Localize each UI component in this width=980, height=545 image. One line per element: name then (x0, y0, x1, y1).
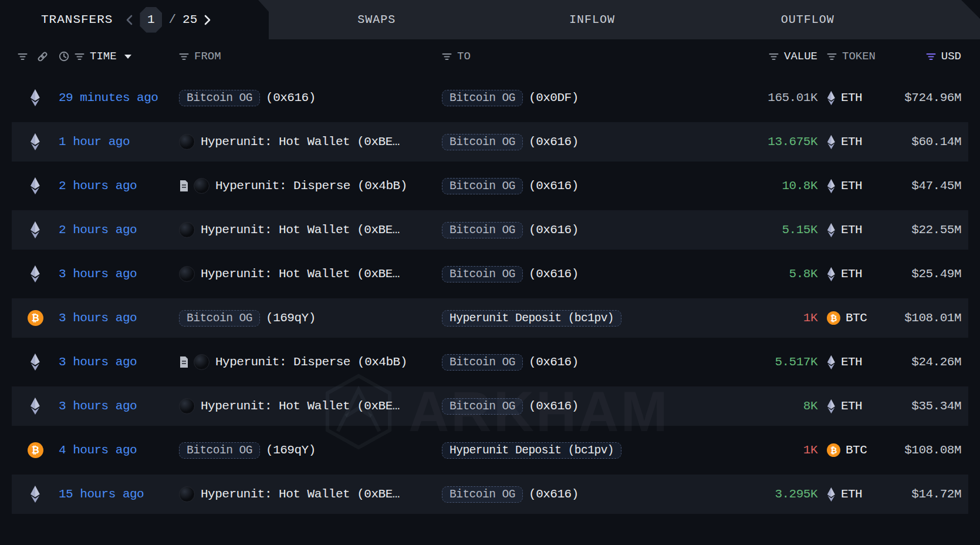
entity-tag[interactable]: Bitcoin OG (442, 134, 523, 150)
time-cell: 1 hour ago (59, 135, 179, 149)
entity-tag[interactable]: Bitcoin OG (442, 222, 523, 238)
address-suffix: (0x616) (529, 135, 579, 149)
transfer-value: 10.8K (782, 179, 817, 193)
from-cell: Hyperunit: Hot Wallet (0xBE… (179, 486, 442, 502)
btc-icon: ₿ (827, 443, 840, 457)
token-cell: ETH (817, 399, 882, 413)
entity-link[interactable]: Hyperunit: Disperse (0x4bB) (215, 355, 407, 369)
column-header-from[interactable]: FROM (194, 50, 221, 63)
entity-tag[interactable]: Bitcoin OG (179, 310, 260, 327)
time-cell: 15 hours ago (59, 487, 179, 501)
usd-cell: $35.34M (882, 399, 961, 413)
entity-tag[interactable]: Hyperunit Deposit (bc1pv) (442, 442, 621, 459)
entity-tag[interactable]: Bitcoin OG (442, 398, 523, 415)
usd-value: $108.01M (904, 311, 961, 325)
eth-icon (827, 91, 836, 105)
token-cell: ETH (817, 135, 882, 149)
address-suffix: (0x616) (529, 487, 579, 501)
time-link[interactable]: 15 hours ago (59, 487, 144, 501)
entity-tag[interactable]: Hyperunit Deposit (bc1pv) (442, 310, 621, 327)
eth-icon (30, 486, 40, 503)
eth-icon (30, 398, 40, 415)
filter-icon[interactable] (442, 52, 452, 61)
time-link[interactable]: 3 hours ago (59, 399, 137, 413)
clock-icon[interactable] (59, 51, 69, 62)
time-link[interactable]: 29 minutes ago (59, 91, 158, 105)
time-link[interactable]: 3 hours ago (59, 355, 137, 369)
table-row: 15 hours agoHyperunit: Hot Wallet (0xBE…… (12, 470, 968, 514)
entity-link[interactable]: Hyperunit: Hot Wallet (0xBE… (201, 487, 400, 501)
chevron-down-icon[interactable] (124, 55, 131, 59)
filter-icon[interactable] (75, 52, 85, 61)
entity-tag[interactable]: Bitcoin OG (442, 354, 523, 371)
entity-avatar (179, 486, 195, 502)
filter-icon[interactable] (179, 52, 189, 61)
from-cell: Hyperunit: Disperse (0x4bB) (179, 178, 442, 194)
row-token-icon-cell (12, 354, 59, 371)
time-link[interactable]: 3 hours ago (59, 267, 137, 281)
value-cell: 5.8K (707, 267, 817, 281)
value-cell: 1K (707, 443, 817, 457)
entity-link[interactable]: Hyperunit: Hot Wallet (0xBE… (201, 223, 400, 237)
column-header-usd[interactable]: USD (941, 50, 961, 63)
usd-value: $35.34M (911, 399, 961, 413)
time-link[interactable]: 3 hours ago (59, 311, 137, 325)
usd-value: $47.45M (911, 179, 961, 193)
value-cell: 165.01K (707, 91, 817, 105)
entity-tag[interactable]: Bitcoin OG (442, 486, 523, 503)
eth-icon (30, 354, 40, 371)
token-cell: ETH (817, 355, 882, 369)
address-suffix: (169qY) (266, 311, 316, 325)
entity-link[interactable]: Hyperunit: Hot Wallet (0xBE… (201, 267, 400, 281)
time-cell: 3 hours ago (59, 399, 179, 413)
column-header-token[interactable]: TOKEN (842, 50, 876, 63)
tab-transfers[interactable]: TRANSFERS 1 / 25 (0, 0, 269, 39)
token-symbol: ETH (841, 267, 862, 281)
prev-page-button[interactable] (126, 14, 133, 26)
transfer-value: 5.517K (775, 355, 817, 369)
entity-tag[interactable]: Bitcoin OG (442, 266, 523, 282)
transfer-value: 13.675K (768, 135, 817, 149)
link-icon[interactable] (37, 51, 48, 62)
filter-icon-active[interactable] (926, 52, 936, 61)
value-cell: 10.8K (707, 179, 817, 193)
entity-link[interactable]: Hyperunit: Disperse (0x4bB) (215, 179, 407, 193)
transfers-table-body: 29 minutes agoBitcoin OG(0x616)Bitcoin O… (12, 73, 968, 514)
table-row: 29 minutes agoBitcoin OG(0x616)Bitcoin O… (12, 73, 968, 117)
contract-icon (179, 180, 189, 192)
tab-outflow[interactable]: OUTFLOW (700, 0, 915, 39)
eth-icon (827, 267, 836, 281)
time-link[interactable]: 2 hours ago (59, 223, 137, 237)
time-link[interactable]: 4 hours ago (59, 443, 137, 457)
token-cell: ETH (817, 179, 882, 193)
filter-icon[interactable] (827, 52, 837, 61)
tab-inflow[interactable]: INFLOW (484, 0, 699, 39)
eth-icon (30, 221, 40, 238)
entity-link[interactable]: Hyperunit: Hot Wallet (0xBE… (201, 135, 400, 149)
entity-tag[interactable]: Bitcoin OG (179, 442, 260, 459)
usd-cell: $60.14M (882, 135, 961, 149)
column-header-to[interactable]: TO (457, 50, 471, 63)
time-cell: 2 hours ago (59, 223, 179, 237)
column-header-time[interactable]: TIME (90, 50, 117, 63)
filter-icon[interactable] (18, 52, 28, 61)
usd-value: $108.08M (904, 443, 961, 457)
time-cell: 3 hours ago (59, 355, 179, 369)
filter-icon[interactable] (769, 52, 779, 61)
time-link[interactable]: 2 hours ago (59, 179, 137, 193)
time-link[interactable]: 1 hour ago (59, 135, 130, 149)
entity-link[interactable]: Hyperunit: Hot Wallet (0xBE… (201, 399, 400, 413)
token-symbol: BTC (846, 443, 867, 457)
usd-value: $25.49M (911, 267, 961, 281)
entity-tag[interactable]: Bitcoin OG (442, 178, 523, 194)
entity-tag[interactable]: Bitcoin OG (442, 90, 523, 106)
from-cell: Hyperunit: Hot Wallet (0xBE… (179, 398, 442, 414)
to-cell: Bitcoin OG(0x616) (442, 222, 707, 238)
tab-swaps[interactable]: SWAPS (269, 0, 484, 39)
eth-icon (827, 179, 836, 193)
entity-avatar (194, 354, 209, 370)
token-cell: ETH (817, 91, 882, 105)
entity-tag[interactable]: Bitcoin OG (179, 90, 260, 106)
next-page-button[interactable] (204, 14, 211, 26)
column-header-value[interactable]: VALUE (784, 50, 817, 63)
